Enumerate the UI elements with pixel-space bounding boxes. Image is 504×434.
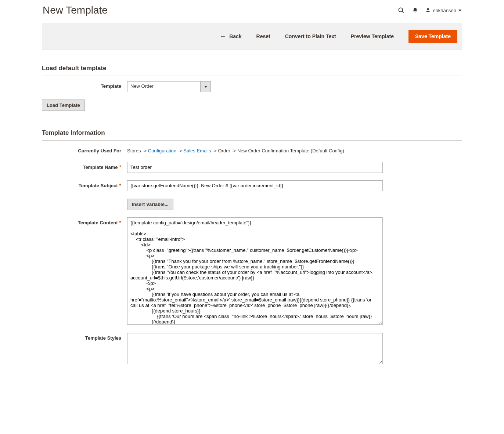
actions-bar: ← Back Reset Convert to Plain Text Previ… <box>42 23 462 50</box>
template-name-input[interactable] <box>127 162 383 173</box>
template-information-title: Template Information <box>42 115 462 141</box>
template-name-label: Template Name* <box>42 162 127 170</box>
user-icon <box>425 8 431 13</box>
svg-line-1 <box>402 11 404 13</box>
save-button[interactable]: Save Template <box>408 30 457 43</box>
username: erikhansen <box>433 8 456 13</box>
template-content-label: Template Content* <box>42 217 127 225</box>
chevron-down-icon <box>458 10 461 11</box>
breadcrumb-configuration[interactable]: Configuration <box>148 148 176 153</box>
load-template-button[interactable]: Load Template <box>42 100 85 111</box>
breadcrumb: Stores -> Configuration -> Sales Emails … <box>127 146 383 155</box>
template-select-label: Template <box>42 81 127 89</box>
template-select-value: New Order <box>127 82 200 92</box>
template-subject-input[interactable] <box>127 180 383 191</box>
currently-used-for-label: Currently Used For <box>42 146 127 153</box>
user-menu[interactable]: erikhansen <box>425 8 461 13</box>
load-default-title: Load default template <box>42 50 462 76</box>
template-subject-label: Template Subject* <box>42 180 127 188</box>
breadcrumb-sales-emails[interactable]: Sales Emails <box>183 148 211 153</box>
page-title: New Template <box>43 4 108 16</box>
back-button[interactable]: ← Back <box>220 33 241 40</box>
search-icon[interactable] <box>397 7 405 14</box>
convert-button[interactable]: Convert to Plain Text <box>285 33 336 39</box>
chevron-down-icon <box>200 82 210 92</box>
notifications-icon[interactable] <box>412 7 418 14</box>
preview-button[interactable]: Preview Template <box>351 33 394 39</box>
template-styles-textarea[interactable] <box>127 333 383 364</box>
reset-button[interactable]: Reset <box>256 33 270 39</box>
insert-variable-button[interactable]: Insert Variable... <box>127 199 173 210</box>
template-select[interactable]: New Order <box>127 81 211 92</box>
template-styles-label: Template Styles <box>42 333 127 341</box>
back-arrow-icon: ← <box>220 33 226 40</box>
svg-point-0 <box>399 8 403 12</box>
template-content-textarea[interactable] <box>127 217 383 325</box>
